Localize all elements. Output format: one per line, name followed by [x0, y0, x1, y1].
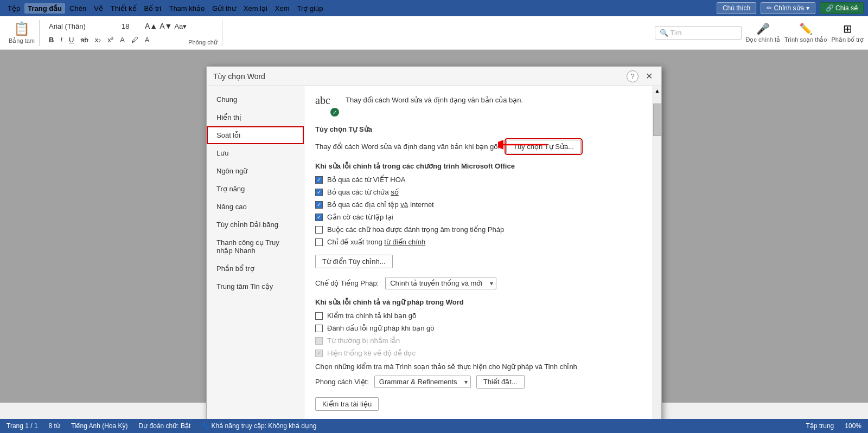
menu-gui-thu[interactable]: Gửi thư	[209, 3, 239, 14]
nav-item-ngon-ngu[interactable]: Ngôn ngữ	[207, 162, 304, 180]
checkbox-lap-lai: ✓ Gắn cờ các từ lặp lại	[315, 213, 642, 221]
menu-chen[interactable]: Chèn	[66, 3, 90, 14]
menu-ve[interactable]: Vẽ	[91, 3, 106, 14]
cb-trong-am[interactable]	[315, 226, 323, 234]
checkmark-badge: ✓	[330, 108, 339, 117]
autocorrect-header: abc ✓ Thay đổi cách Word sửa và định dạn…	[315, 95, 642, 117]
search-box[interactable]: 🔍 Tìm	[655, 26, 742, 40]
font-size-input[interactable]	[119, 21, 143, 32]
font-size-inc[interactable]: A▲	[145, 22, 157, 30]
nav-item-thanh-cong-cu[interactable]: Thanh công cụ Truy nhập Nhanh	[207, 234, 304, 260]
close-button[interactable]: ✕	[643, 70, 655, 82]
phong-cach-row: Phong cách Việt: Grammar & Refinements T…	[315, 375, 642, 389]
header-desc: Thay đổi cách Word sửa và định dạng văn …	[346, 95, 523, 106]
nav-item-hien-thi[interactable]: Hiển thị	[207, 108, 304, 126]
superscript-btn[interactable]: x²	[105, 34, 116, 46]
cb-kiem-tra[interactable]	[315, 312, 323, 320]
french-mode-select[interactable]: Chính tả truyền thống và mới	[385, 277, 496, 289]
menu-tham-khao[interactable]: Tham khảo	[165, 3, 208, 14]
nav-item-phan-bo-tro[interactable]: Phần bổ trợ	[207, 260, 304, 277]
scrollbar-thumb[interactable]	[653, 104, 661, 136]
abc-text: abc	[315, 94, 330, 106]
menu-thiet-ke[interactable]: Thiết kế	[107, 3, 140, 14]
dialog-scrollbar[interactable]: ▲ ▼	[653, 86, 661, 433]
cb-lap-lai-label: Gắn cờ các từ lặp lại	[327, 213, 393, 221]
chinh-sua-btn[interactable]: ✏ Chỉnh sửa ▾	[761, 2, 815, 14]
menu-tro-giup[interactable]: Trợ giúp	[294, 3, 327, 14]
dialog-body: Chung Hiển thị Soát lỗi Lưu Ngôn ngữ Trợ…	[207, 86, 661, 433]
menu-bo-tri[interactable]: Bố trí	[141, 3, 165, 14]
cb-tu-thuong[interactable]	[315, 337, 323, 345]
italic-btn[interactable]: I	[58, 34, 65, 46]
help-button[interactable]: ?	[627, 70, 639, 82]
text-effects-btn[interactable]: A	[117, 34, 127, 46]
status-page: Trang 1 / 1	[7, 422, 38, 430]
cb-tu-thuong-label: Từ thường bị nhầm lẫn	[327, 337, 400, 345]
nav-item-luu[interactable]: Lưu	[207, 144, 304, 162]
french-mode-select-wrapper: Chính tả truyền thống và mới	[385, 277, 496, 289]
status-bar: Trang 1 / 1 8 từ Tiếng Anh (Hoa Kỳ) Dự đ…	[0, 419, 868, 433]
cb-danh-dau[interactable]	[315, 325, 323, 332]
highlight-btn[interactable]: 🖊	[129, 34, 141, 46]
chia-se-btn[interactable]: 🔗 Chia sẻ	[820, 2, 864, 14]
strikethrough-btn[interactable]: ab	[78, 34, 91, 46]
nav-item-chung[interactable]: Chung	[207, 91, 304, 108]
phan-bo-tro-btn[interactable]: ⊞ Phần bổ trợ	[831, 22, 864, 43]
trinh-soan-thao-btn[interactable]: ✏️ Trình soạn thảo	[784, 22, 827, 43]
font-size-dec[interactable]: A▼	[159, 22, 172, 30]
paste-btn[interactable]: 📋	[14, 21, 30, 36]
dialog-title-actions: ? ✕	[627, 70, 655, 82]
underline-btn[interactable]: U	[66, 34, 76, 46]
section2-title: Khi sửa lỗi chính tả trong các chương tr…	[315, 162, 642, 170]
doc-chinh-ta-btn[interactable]: 🎤 Đọc chính tả	[746, 22, 781, 43]
subscript-btn[interactable]: x₂	[92, 34, 104, 46]
cb-viet-hoa[interactable]: ✓	[315, 176, 323, 184]
nav-item-tro-nang[interactable]: Trợ năng	[207, 180, 304, 198]
cb-hien-thong-ke[interactable]: ✓	[315, 350, 323, 357]
bold-btn[interactable]: B	[46, 34, 56, 46]
status-language: Tiếng Anh (Hoa Kỳ)	[71, 422, 128, 430]
tuy-chon-row: Thay đổi cách Word sửa và định dạng văn …	[315, 140, 642, 153]
checkbox-chua-so: ✓ Bỏ qua các từ chứa số	[315, 188, 642, 196]
main-area: Tùy chọn Word ? ✕ Chung Hiển thị Soát lỗ…	[0, 50, 868, 403]
checkbox-trong-am: Buộc các chữ hoa được đánh trọng âm tron…	[315, 225, 642, 234]
phong-cach-select[interactable]: Grammar & Refinements	[374, 376, 471, 388]
font-name-input[interactable]	[46, 21, 117, 32]
cb-tu-dien-chinh[interactable]	[315, 238, 323, 246]
font-section: A▲ A▼ Aa▾ B I U ab x₂ x² A 🖊 A Phông chữ	[42, 20, 222, 46]
status-words: 8 từ	[49, 422, 60, 430]
thiet-dat-btn[interactable]: Thiết đặt...	[476, 375, 525, 389]
checkbox-tu-thuong: Từ thường bị nhầm lẫn	[315, 337, 642, 345]
dialog-title: Tùy chọn Word	[213, 72, 265, 81]
clipboard-section: 📋 Bảng tam	[4, 20, 40, 46]
nav-item-tuy-chinh[interactable]: Tùy chỉnh Dải băng	[207, 216, 304, 234]
checkbox-viet-hoa: ✓ Bỏ qua các từ VIẾT HOA	[315, 176, 642, 184]
cb-lap-lai[interactable]: ✓	[315, 214, 323, 221]
nav-item-nang-cao[interactable]: Nâng cao	[207, 198, 304, 216]
cb-chua-so[interactable]: ✓	[315, 189, 323, 196]
nav-item-trung-tam[interactable]: Trung tâm Tin cậy	[207, 277, 304, 295]
dialog-content: abc ✓ Thay đổi cách Word sửa và định dạn…	[304, 86, 653, 433]
menu-xem-lai[interactable]: Xem lại	[240, 3, 271, 14]
menu-bar: Tệp Trang đầu Chèn Vẽ Thiết kế Bố trí Th…	[0, 0, 868, 16]
tu-dien-btn[interactable]: Từ điển Tùy chỉnh...	[315, 255, 393, 268]
font-color-btn[interactable]: A	[142, 34, 152, 46]
menu-tep[interactable]: Tệp	[4, 3, 23, 14]
tuy-chon-word-dialog: Tùy chọn Word ? ✕ Chung Hiển thị Soát lỗ…	[206, 66, 662, 433]
dialog-titlebar: Tùy chọn Word ? ✕	[207, 67, 661, 86]
checkbox-tu-dien-chinh: Chỉ đề xuất trong từ điển chính	[315, 238, 642, 246]
change-case-btn[interactable]: Aa▾	[174, 22, 187, 30]
toolbar: 📋 Bảng tam A▲ A▼ Aa▾ B I U ab x₂ x² A 🖊	[0, 16, 868, 50]
chu-thich-btn[interactable]: Chú thích	[717, 2, 756, 14]
abc-icon: abc ✓	[315, 95, 339, 117]
french-mode-label: Chế độ Tiếng Pháp:	[315, 279, 379, 287]
nav-item-soat-loi[interactable]: Soát lỗi	[207, 126, 304, 144]
menu-xem[interactable]: Xem	[272, 3, 293, 14]
tuy-chon-tu-sua-btn[interactable]: Tùy chọn Tự Sửa...	[506, 140, 581, 153]
cb-viet-hoa-label: Bỏ qua các từ VIẾT HOA	[327, 176, 405, 184]
dialog-nav: Chung Hiển thị Soát lỗi Lưu Ngôn ngữ Trợ…	[207, 86, 304, 433]
scroll-up-btn[interactable]: ▲	[653, 86, 661, 95]
cb-dia-chi[interactable]: ✓	[315, 201, 323, 209]
menu-trang-dau[interactable]: Trang đầu	[24, 3, 65, 14]
kiem-tra-tai-lieu-btn[interactable]: Kiểm tra tài liệu	[315, 397, 379, 411]
